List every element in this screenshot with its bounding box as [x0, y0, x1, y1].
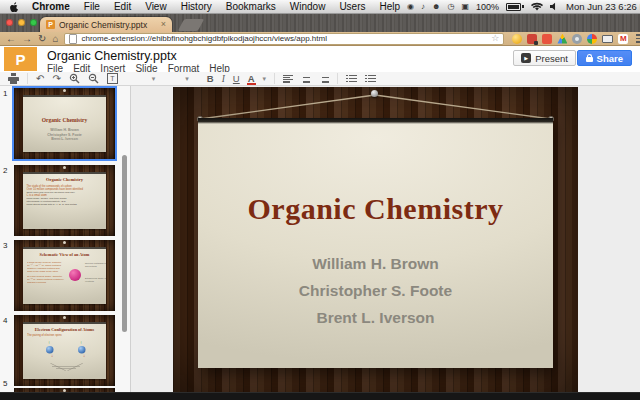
share-label: Share: [597, 53, 623, 64]
slide-thumbnail-2[interactable]: 2 Organic Chemistry The study of the com…: [14, 165, 115, 236]
numbered-list-icon[interactable]: [346, 75, 357, 83]
zoom-out-icon[interactable]: [88, 73, 99, 84]
slide-thumbnail-3[interactable]: 3 Schematic View of an Atom a small dens…: [14, 240, 115, 311]
thumbnail-number: 1: [3, 89, 7, 98]
apple-menu-icon[interactable]: [10, 1, 19, 12]
zoom-in-icon[interactable]: [69, 73, 80, 84]
thumbnail-canvas: Organic Chemistry The study of the compo…: [23, 172, 106, 229]
status-app-icon-3[interactable]: ☻: [432, 3, 440, 11]
browser-tab[interactable]: P Organic Chemistry.pptx ×: [40, 17, 172, 32]
menubar-item-users[interactable]: Users: [339, 1, 365, 12]
share-button[interactable]: Share: [577, 50, 632, 66]
close-window-button[interactable]: [6, 19, 13, 26]
down-arrow: ↓: [83, 353, 85, 358]
electron-spin-diagram: ↑ ↑ ↓ ↓: [23, 336, 106, 371]
thumb3-label: Extranuclear space containing electrons: [85, 277, 106, 282]
battery-percent: 100%: [476, 2, 499, 12]
extension-icon-yellow[interactable]: [512, 34, 522, 44]
bottom-dark-bar: [0, 392, 640, 400]
thumbnail-scrollbar[interactable]: [122, 155, 127, 332]
bookmark-star-icon[interactable]: ☆: [491, 34, 499, 43]
menubar-item-history[interactable]: History: [181, 1, 212, 12]
thumb1-title: Organic Chemistry: [23, 117, 106, 123]
underline-button[interactable]: U: [233, 73, 240, 84]
up-arrow: ↑: [80, 340, 82, 345]
address-bar[interactable]: chrome-extension://ehibbfinohgbchigdbfpi…: [64, 33, 504, 45]
menubar-item-view[interactable]: View: [145, 1, 167, 12]
google-drive-icon[interactable]: [557, 34, 567, 44]
wood-background: Organic Chemistry William H. Brown Chris…: [173, 87, 578, 392]
align-left-icon[interactable]: [283, 75, 293, 83]
slide-canvas[interactable]: Organic Chemistry William H. Brown Chris…: [198, 118, 553, 368]
extension-icon-orange[interactable]: [542, 34, 552, 44]
chrome-menu-icon[interactable]: [636, 34, 640, 43]
home-icon[interactable]: ⌂: [52, 34, 58, 44]
battery-icon[interactable]: [506, 3, 524, 11]
status-app-icon-2[interactable]: ♪: [421, 3, 425, 11]
document-title[interactable]: Organic Chemistry.pptx: [47, 49, 177, 63]
minimize-window-button[interactable]: [18, 19, 25, 26]
status-windows-icon[interactable]: ▣: [461, 3, 469, 11]
align-center-icon[interactable]: [301, 75, 311, 83]
macos-menubar: Chrome File Edit View History Bookmarks …: [0, 0, 640, 14]
zoom-window-button[interactable]: [30, 19, 37, 26]
play-icon: ▶: [521, 53, 531, 63]
text-color-button[interactable]: A: [248, 73, 255, 84]
size-dropdown-arrow[interactable]: ▾: [185, 75, 189, 83]
author-line: Christopher S. Foote: [198, 277, 553, 304]
author-line: William H. Brown: [198, 250, 553, 277]
extension-icon-red-badge[interactable]: [527, 34, 537, 44]
italic-button[interactable]: I: [222, 74, 225, 84]
app-header: P Organic Chemistry.pptx File Edit Inser…: [0, 46, 640, 73]
forward-icon[interactable]: →: [22, 34, 32, 44]
screen-share-icon[interactable]: [602, 35, 613, 43]
window-controls: [6, 19, 37, 26]
redo-icon[interactable]: ↷: [52, 74, 60, 84]
menubar-clock[interactable]: Mon Jun 23 6:26 PM: [566, 1, 640, 12]
menubar-item-chrome[interactable]: Chrome: [32, 1, 70, 12]
app-logo[interactable]: P: [4, 47, 37, 71]
status-app-icon-1[interactable]: ◉: [407, 3, 414, 11]
align-right-icon[interactable]: [319, 75, 329, 83]
slide-authors[interactable]: William H. Brown Christopher S. Foote Br…: [198, 250, 553, 331]
present-button[interactable]: ▶ Present: [513, 50, 576, 66]
slide-title[interactable]: Organic Chemistry: [198, 192, 553, 226]
thumb3-label: Nucleus containing neutrons and protons: [85, 262, 106, 267]
chrome-tab-bar: P Organic Chemistry.pptx ×: [0, 14, 640, 32]
color-dropdown-arrow[interactable]: ▾: [263, 75, 267, 83]
tab-close-icon[interactable]: ×: [161, 20, 166, 29]
chrome-navbar: ← → ↻ ⌂ chrome-extension://ehibbfinohgbc…: [0, 32, 640, 46]
volume-icon[interactable]: [550, 2, 559, 11]
reload-icon[interactable]: ↻: [38, 34, 46, 44]
slide-thumbnail-1[interactable]: 1 Organic Chemistry William H. Brown Chr…: [14, 88, 115, 159]
menubar-item-edit[interactable]: Edit: [114, 1, 131, 12]
thumb3-bullet: an extra-nuclear space, diameter 10⁻¹⁰ m…: [27, 275, 65, 284]
status-clock-icon[interactable]: ◷: [447, 3, 454, 11]
bold-button[interactable]: B: [207, 73, 214, 84]
slide-thumbnail-4[interactable]: 4 Electron Configuration of Atoms The pa…: [14, 315, 115, 386]
nucleus-diagram: [69, 269, 81, 281]
menubar-item-file[interactable]: File: [84, 1, 100, 12]
thumbnail-number: 3: [3, 241, 7, 250]
hanging-pin: [371, 90, 378, 97]
bullet-list-icon[interactable]: [365, 75, 376, 83]
extension-icon-gray[interactable]: [572, 34, 582, 44]
mail-extension-icon[interactable]: M: [618, 34, 628, 44]
print-icon[interactable]: [8, 73, 19, 84]
thumbnail-canvas: Electron Configuration of Atoms The pair…: [23, 322, 106, 379]
thumbnail-pin: [63, 316, 66, 319]
extension-icon-pinwheel[interactable]: [587, 34, 597, 44]
font-dropdown-arrow[interactable]: ▾: [152, 75, 156, 83]
text-box-icon[interactable]: T: [107, 73, 118, 84]
url-text[interactable]: chrome-extension://ehibbfinohgbchigdbfpi…: [81, 34, 487, 43]
menubar-item-help[interactable]: Help: [380, 1, 401, 12]
undo-icon[interactable]: ↶: [36, 74, 44, 84]
thumbnail-canvas: Schematic View of an Atom a small dense …: [23, 247, 106, 304]
wifi-icon[interactable]: [531, 2, 543, 11]
menubar-item-window[interactable]: Window: [290, 1, 326, 12]
new-tab-button[interactable]: [178, 19, 204, 31]
thumbnail-number: 4: [3, 316, 7, 325]
lock-icon: [586, 57, 593, 62]
menubar-item-bookmarks[interactable]: Bookmarks: [226, 1, 276, 12]
back-icon[interactable]: ←: [6, 34, 16, 44]
